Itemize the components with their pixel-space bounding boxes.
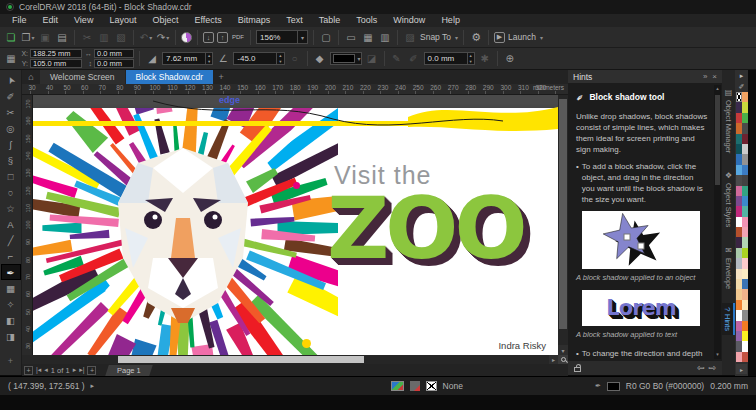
menu-help[interactable]: Help [433,14,468,27]
color-swatch[interactable] [742,321,748,331]
transparency-tool[interactable]: ▦ [1,280,21,296]
menu-view[interactable]: View [66,14,101,27]
drawing-canvas[interactable]: Visit the ZOO Indra Risky edge [33,95,558,355]
paste-icon[interactable]: ▧ [114,29,128,45]
last-page-icon[interactable]: ▸| [79,366,84,374]
color-swatch[interactable] [742,92,748,102]
shadow-angle-stepper[interactable]: -45.0 ▴▾ [233,52,284,65]
menu-effects[interactable]: Effects [186,14,229,27]
color-swatch[interactable] [742,134,748,144]
outline-style-icon[interactable]: ✐ [407,51,421,67]
add-tool-button[interactable]: + [1,353,21,369]
shadow-color-swatch[interactable] [333,54,355,63]
lock-icon[interactable] [574,367,581,372]
object-height-field[interactable]: 0.0 mm [94,59,134,68]
hints-forward-icon[interactable]: ⇨ [708,363,716,373]
color-swatch[interactable] [742,102,748,112]
shadow-angle-value[interactable]: -45.0 [234,54,276,63]
color-swatch[interactable] [742,113,748,123]
launch-dropdown-icon[interactable]: ▾ [540,34,543,41]
edge-guideline-label[interactable]: edge [219,95,240,105]
scroll-down-icon[interactable]: ▾ [558,345,568,355]
color-swatch[interactable] [742,310,748,320]
print-icon[interactable]: ▤ [55,29,69,45]
shadow-depth-value[interactable]: 7.62 mm [163,54,205,63]
export-icon[interactable]: ↑ [217,32,228,43]
ellipse-tool[interactable]: ○ [1,184,21,200]
tab-block-shadow[interactable]: Block Shadow.cdr [126,70,214,84]
round-corner-icon[interactable]: ○ [288,51,302,67]
y-position-field[interactable]: 105.0 mm [30,59,82,68]
add-page-before-button[interactable]: + [24,366,33,375]
undo-icon[interactable]: ↶▾ [139,29,153,45]
dimension-tool[interactable]: ╱ [1,232,21,248]
smart-fill-tool[interactable]: ◨ [1,328,21,344]
scroll-right-icon[interactable]: ▸ [549,355,558,364]
open-icon[interactable]: ❐▾ [21,29,35,45]
color-swatch[interactable] [742,269,748,279]
vertical-scroll-thumb[interactable] [559,99,567,329]
block-shadow-tool[interactable]: ✒ [1,264,21,280]
menu-object[interactable]: Object [144,14,186,27]
copy-icon[interactable]: ▥ [97,29,111,45]
palette-flyout-icon[interactable]: ▸ [740,70,744,81]
hints-scroll-up-icon[interactable]: ▴ [714,85,721,93]
clear-shadow-icon[interactable]: ◪ [365,51,379,67]
snap-off-icon[interactable]: ▨ [403,29,417,45]
first-page-icon[interactable]: |◂ [36,366,41,374]
shadow-angle-spin[interactable]: ▴▾ [276,53,283,64]
color-swatch[interactable] [742,217,748,227]
import-icon[interactable]: ↓ [203,32,214,43]
generate-icon[interactable]: ✱ [478,51,492,67]
fullscreen-preview-icon[interactable]: ▢ [319,29,333,45]
color-swatch[interactable] [742,206,748,216]
title-bar[interactable]: CorelDRAW 2018 (64-Bit) - Block Shadow.c… [0,0,756,14]
menu-layout[interactable]: Layout [101,14,144,27]
color-swatch[interactable] [742,196,748,206]
extrude-width-value[interactable]: 0.0 mm [425,54,467,63]
previous-page-icon[interactable]: ◂ [44,366,48,374]
rectangle-tool[interactable]: □ [1,168,21,184]
menu-bitmaps[interactable]: Bitmaps [230,14,279,27]
docker-tab-object-manager[interactable]: ▤Object Manager [724,84,733,157]
color-swatch[interactable] [742,144,748,154]
hints-back-icon[interactable]: ⇦ [697,363,705,373]
menu-tools[interactable]: Tools [348,14,385,27]
extrude-width-stepper[interactable]: 0.0 mm ▴▾ [424,52,475,65]
color-swatch[interactable] [742,154,748,164]
docker-tab-hints[interactable]: ?Hints [722,303,735,336]
horizontal-scrollbar[interactable]: ▸ [22,355,558,364]
menu-edit[interactable]: Edit [35,14,67,27]
color-swatch[interactable] [742,227,748,237]
text-tool[interactable]: A [1,216,21,232]
hints-scroll-thumb[interactable] [715,95,720,185]
shadow-depth-stepper[interactable]: 7.62 mm ▴▾ [162,52,213,65]
search-content-icon[interactable] [181,32,192,43]
eyedropper-tool[interactable]: ✧ [1,296,21,312]
color-swatch[interactable] [742,289,748,299]
launch-label[interactable]: Launch [508,32,536,42]
color-swatch[interactable] [742,331,748,341]
color-swatch[interactable] [742,352,748,362]
color-swatch[interactable] [742,186,748,196]
zoom-level-input[interactable] [257,33,297,42]
navigator-button[interactable] [558,355,568,364]
hints-scroll-down-icon[interactable]: ▾ [714,351,721,359]
docker-tab-object-styles[interactable]: ❖Object Styles [724,167,733,231]
redo-icon[interactable]: ↷▾ [156,29,170,45]
connector-tool[interactable]: ⌐ [1,248,21,264]
color-swatch[interactable] [742,175,748,185]
show-grid-icon[interactable]: ▦ [361,29,375,45]
add-page-after-button[interactable]: + [87,366,96,375]
outline-pen-icon[interactable]: ✎ [390,51,404,67]
cut-icon[interactable]: ✂ [80,29,94,45]
menu-text[interactable]: Text [278,14,311,27]
vertical-ruler[interactable]: 17016015014013012011010090807060504030 [22,95,33,355]
show-rulers-icon[interactable]: ▭ [344,29,358,45]
color-swatch[interactable] [742,341,748,351]
docker-tab-envelope[interactable]: ✉Envelope [724,242,733,293]
new-tab-button[interactable]: + [214,70,228,84]
show-guidelines-icon[interactable]: ▥ [378,29,392,45]
color-swatch[interactable] [742,258,748,268]
vertical-scrollbar[interactable]: ▾ [558,95,568,355]
